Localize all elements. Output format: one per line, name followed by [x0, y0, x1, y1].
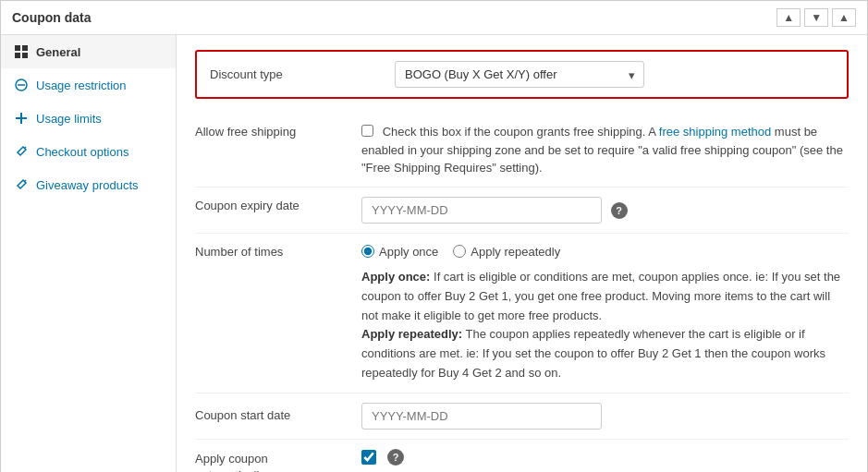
collapse-button[interactable]: ▲	[776, 8, 801, 27]
sidebar-item-giveaway-products[interactable]: Giveaway products	[1, 168, 176, 201]
wrench-icon-1	[14, 144, 29, 159]
window-controls: ▲ ▼ ▲	[776, 8, 856, 27]
free-shipping-description: Check this box if the coupon grants free…	[361, 125, 843, 175]
svg-rect-0	[15, 45, 20, 51]
svg-rect-1	[22, 45, 28, 51]
title-bar: Coupon data ▲ ▼ ▲	[1, 1, 867, 35]
sidebar-item-checkout-options-label: Checkout options	[36, 145, 128, 159]
apply-description: Apply once: If cart is eligible or condi…	[361, 268, 849, 383]
svg-rect-3	[22, 53, 28, 58]
apply-once-bold: Apply once:	[361, 270, 430, 284]
apply-coupon-checkbox-row: ?	[361, 449, 849, 466]
apply-repeatedly-radio[interactable]	[453, 245, 466, 258]
number-of-times-label: Number of times	[195, 243, 343, 259]
main-content: Discount type Percentage discount Fixed …	[177, 35, 867, 472]
apply-radio-group: Apply once Apply repeatedly	[361, 243, 849, 261]
free-shipping-checkbox[interactable]	[361, 125, 373, 137]
circle-minus-icon	[14, 78, 29, 92]
sidebar-item-usage-restriction[interactable]: Usage restriction	[1, 68, 176, 102]
svg-line-8	[25, 147, 27, 149]
grid-icon	[14, 44, 29, 59]
sidebar-item-usage-limits[interactable]: Usage limits	[1, 102, 176, 135]
sidebar-item-giveaway-products-label: Giveaway products	[36, 178, 139, 192]
svg-line-9	[25, 180, 27, 182]
apply-repeatedly-option[interactable]: Apply repeatedly	[453, 243, 560, 261]
apply-once-text: If cart is eligible or conditions are me…	[361, 270, 840, 322]
sidebar-item-checkout-options[interactable]: Checkout options	[1, 135, 176, 168]
start-date-row: Coupon start date	[195, 393, 849, 440]
free-shipping-label: Allow free shipping	[195, 123, 343, 139]
apply-once-radio[interactable]	[361, 245, 374, 258]
sidebar: General Usage restriction Usage limits	[1, 35, 177, 472]
sidebar-item-general-label: General	[36, 45, 80, 59]
apply-coupon-checkbox[interactable]	[361, 450, 376, 465]
content-area: General Usage restriction Usage limits	[1, 35, 867, 472]
svg-rect-2	[15, 53, 20, 58]
expiry-date-input[interactable]	[361, 197, 602, 224]
apply-coupon-help-icon[interactable]: ?	[387, 449, 404, 466]
discount-type-select-wrapper: Percentage discount Fixed cart discount …	[395, 61, 644, 88]
apply-coupon-label: Apply coupon automatically	[195, 449, 343, 472]
apply-coupon-content: ?	[361, 449, 849, 466]
free-shipping-content: Check this box if the coupon grants free…	[361, 123, 849, 177]
discount-type-select[interactable]: Percentage discount Fixed cart discount …	[395, 61, 644, 88]
start-date-label: Coupon start date	[195, 403, 343, 422]
expiry-date-content: ?	[361, 197, 849, 224]
apply-once-label: Apply once	[379, 243, 438, 261]
wrench-icon-2	[14, 177, 29, 192]
discount-type-section: Discount type Percentage discount Fixed …	[195, 50, 849, 99]
sidebar-item-usage-restriction-label: Usage restriction	[36, 79, 127, 92]
apply-repeatedly-label: Apply repeatedly	[471, 243, 560, 261]
fullscreen-button[interactable]: ▲	[832, 8, 856, 27]
apply-once-option[interactable]: Apply once	[361, 243, 438, 261]
free-shipping-row: Allow free shipping Check this box if th…	[195, 114, 849, 188]
apply-coupon-row: Apply coupon automatically ?	[195, 440, 849, 472]
free-shipping-method-link[interactable]: free shipping method	[659, 125, 771, 139]
start-date-input[interactable]	[361, 403, 602, 430]
expiry-date-row: Coupon expiry date ?	[195, 188, 849, 234]
window-title: Coupon data	[12, 10, 92, 25]
expiry-help-icon[interactable]: ?	[611, 202, 628, 219]
discount-type-label: Discount type	[210, 67, 339, 81]
apply-repeatedly-bold: Apply repeatedly:	[361, 327, 462, 341]
expiry-date-label: Coupon expiry date	[195, 197, 343, 212]
sidebar-item-general[interactable]: General	[1, 35, 176, 68]
start-date-content	[361, 403, 849, 430]
coupon-data-window: Coupon data ▲ ▼ ▲ General	[0, 0, 868, 472]
number-of-times-row: Number of times Apply once Apply repeate…	[195, 234, 849, 393]
sidebar-item-usage-limits-label: Usage limits	[36, 112, 102, 126]
number-of-times-content: Apply once Apply repeatedly Apply once: …	[361, 243, 849, 383]
expand-button[interactable]: ▼	[804, 8, 828, 27]
plus-icon	[14, 111, 29, 126]
